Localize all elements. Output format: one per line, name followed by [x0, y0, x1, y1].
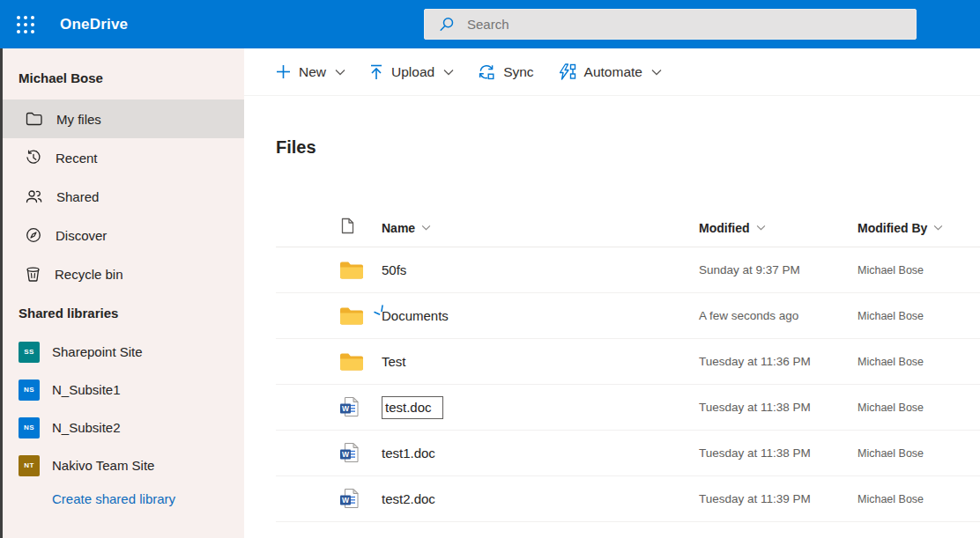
file-icon-cell: W — [276, 396, 382, 418]
sync-button[interactable]: Sync — [478, 63, 533, 80]
window-edge-strip — [0, 48, 3, 538]
document-icon — [341, 217, 354, 234]
shared-libraries-heading: Shared libraries — [0, 306, 244, 333]
file-row[interactable]: W Test Tuesday at 11:36 PM Michael Bose — [276, 339, 980, 385]
file-icon-cell: W — [276, 261, 382, 280]
file-name-cell[interactable]: Test — [382, 354, 699, 369]
sidebar-item-my-files[interactable]: My files — [0, 99, 244, 138]
word-file-icon: W — [339, 488, 360, 510]
upload-icon — [369, 64, 383, 80]
file-name: 50fs — [382, 262, 406, 277]
file-modified: Sunday at 9:37 PM — [699, 263, 858, 276]
shared-library-item[interactable]: NS N_Subsite1 — [0, 371, 244, 409]
chevron-down-icon — [933, 225, 943, 231]
sync-button-label: Sync — [503, 64, 533, 80]
svg-text:W: W — [342, 450, 350, 459]
svg-text:W: W — [342, 496, 350, 505]
modified-by-column-header[interactable]: Modified By — [858, 221, 980, 235]
file-modified-by: Michael Bose — [858, 493, 980, 505]
file-modified-by: Michael Bose — [858, 356, 980, 368]
top-bar: OneDrive — [0, 0, 980, 48]
file-name: Documents — [382, 308, 449, 323]
word-file-icon: W — [339, 396, 360, 418]
sidebar: Michael Bose My files Recent — [0, 48, 244, 538]
file-icon-cell: W — [276, 488, 382, 510]
sidebar-item-label: Recycle bin — [55, 267, 123, 282]
sidebar-item-recycle-bin[interactable]: Recycle bin — [0, 254, 244, 293]
library-tile-icon: SS — [19, 342, 40, 363]
file-icon-cell: W — [276, 442, 382, 464]
chevron-down-icon — [421, 225, 431, 231]
sidebar-item-label: Shared — [56, 189, 99, 204]
shared-library-item[interactable]: NS N_Subsite2 — [0, 409, 244, 446]
file-modified: Tuesday at 11:38 PM — [699, 401, 858, 414]
file-icon-cell: W — [276, 306, 382, 326]
file-row[interactable]: W test.doc Tuesday at 11:38 PM Michael B… — [276, 385, 980, 431]
files-table: Name Modified Modified By — [276, 209, 980, 522]
new-button[interactable]: New — [276, 64, 345, 80]
modified-column-label: Modified — [699, 221, 750, 235]
file-row[interactable]: W Documents A few seconds ago Michael Bo… — [276, 293, 980, 339]
history-icon — [26, 150, 41, 166]
file-modified-by: Michael Bose — [858, 264, 980, 276]
search-icon — [439, 17, 455, 33]
file-modified-by: Michael Bose — [858, 310, 980, 322]
file-row[interactable]: W test2.doc Tuesday at 11:39 PM Michael … — [276, 476, 980, 522]
library-tile-icon: NS — [19, 417, 40, 439]
file-row[interactable]: W test1.doc Tuesday at 11:38 PM Michael … — [276, 431, 980, 476]
folder-icon — [339, 261, 364, 280]
name-column-label: Name — [382, 221, 415, 235]
file-name: Test — [382, 354, 406, 369]
sidebar-item-discover[interactable]: Discover — [0, 216, 244, 254]
word-file-icon: W — [339, 442, 360, 464]
plus-icon — [276, 64, 291, 79]
file-name-cell[interactable]: test1.doc — [382, 446, 699, 461]
onedrive-app: OneDrive Michael Bose My files — [0, 0, 980, 538]
file-modified-by: Michael Bose — [858, 447, 980, 460]
command-bar: New Upload — [244, 48, 980, 96]
library-label: Nakivo Team Site — [52, 458, 154, 473]
file-name-cell[interactable]: Documents — [382, 308, 699, 323]
automate-button-label: Automate — [584, 64, 642, 80]
file-name-cell[interactable]: 50fs — [382, 262, 699, 277]
name-column-header[interactable]: Name — [382, 221, 699, 235]
upload-button[interactable]: Upload — [369, 64, 454, 80]
library-tile-icon: NS — [19, 380, 40, 401]
file-name: test1.doc — [382, 446, 435, 461]
chevron-down-icon — [756, 225, 766, 231]
sidebar-nav: My files Recent Shared — [0, 99, 244, 293]
shared-libraries-list: SS Sharepoint Site NS N_Subsite1 NS N_Su… — [0, 333, 244, 484]
waffle-icon — [17, 16, 34, 33]
trash-icon — [26, 266, 41, 282]
table-body: W 50fs Sunday at 9:37 PM Michael Bose — [276, 247, 980, 522]
file-modified: A few seconds ago — [699, 309, 858, 322]
file-name: test.doc — [382, 396, 443, 419]
search-box[interactable] — [424, 9, 917, 40]
library-label: N_Subsite2 — [52, 420, 121, 435]
shared-library-item[interactable]: NT Nakivo Team Site — [0, 446, 244, 484]
folder-icon — [339, 352, 364, 372]
sidebar-item-recent[interactable]: Recent — [0, 138, 244, 177]
file-name-cell[interactable]: test.doc — [382, 396, 699, 419]
sidebar-user-name: Michael Bose — [0, 48, 244, 99]
file-modified: Tuesday at 11:36 PM — [699, 355, 858, 368]
new-button-label: New — [299, 64, 326, 80]
svg-text:W: W — [342, 404, 350, 413]
create-shared-library-link[interactable]: Create shared library — [52, 491, 244, 506]
shared-library-item[interactable]: SS Sharepoint Site — [0, 333, 244, 371]
folder-icon — [26, 112, 42, 126]
file-type-column-header[interactable] — [276, 217, 382, 238]
automate-flow-icon — [558, 63, 576, 80]
file-row[interactable]: W 50fs Sunday at 9:37 PM Michael Bose — [276, 247, 980, 293]
sync-icon — [478, 63, 495, 80]
file-name-cell[interactable]: test2.doc — [382, 491, 699, 506]
app-launcher-button[interactable] — [0, 0, 51, 48]
sidebar-item-shared[interactable]: Shared — [0, 177, 244, 216]
file-icon-cell: W — [276, 352, 382, 372]
chevron-down-icon — [651, 69, 662, 76]
library-label: N_Subsite1 — [52, 382, 121, 397]
automate-button[interactable]: Automate — [558, 63, 662, 80]
modified-column-header[interactable]: Modified — [699, 221, 858, 235]
file-name: test2.doc — [382, 491, 435, 506]
search-input[interactable] — [467, 17, 855, 32]
